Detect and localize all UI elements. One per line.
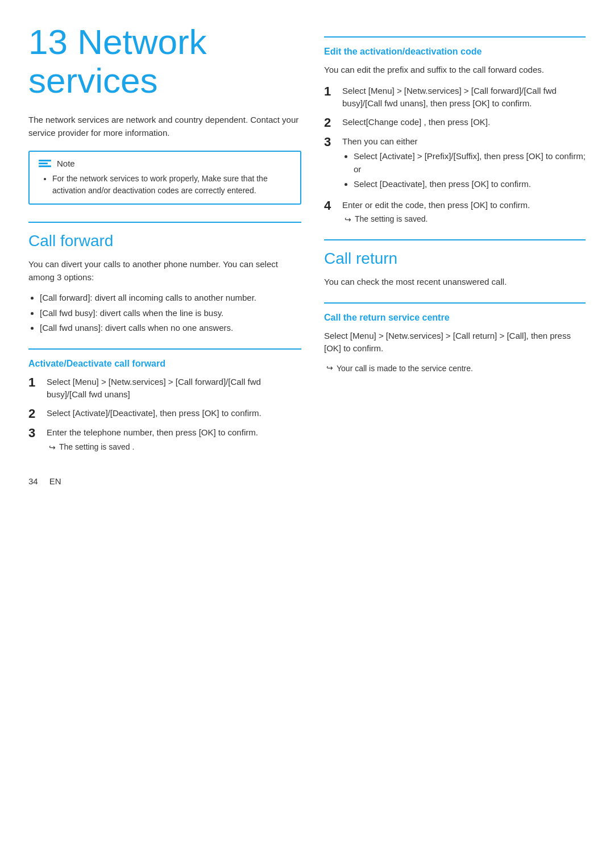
page-layout: 13 Network services The network services…	[28, 23, 586, 486]
activate-subtitle: Activate/Deactivate call forward	[28, 359, 301, 369]
step-number-3: 3	[28, 426, 41, 440]
call-return-intro: You can check the most recent unanswered…	[324, 276, 586, 289]
edit-activation-divider	[324, 36, 586, 38]
call-forward-divider	[28, 222, 301, 223]
right-column: Edit the activation/deactivation code Yo…	[324, 23, 586, 486]
edit-step-4: 4 Enter or edit the code, then press [OK…	[324, 199, 586, 226]
step-content-2: Select [Activate]/[Deactivate], then pre…	[47, 407, 301, 420]
step-4-arrow-text: The setting is saved.	[355, 214, 428, 226]
call-return-title: Call return	[324, 250, 586, 268]
call-forward-intro: You can divert your calls to another pho…	[28, 258, 301, 284]
edit-activation-steps: 1 Select [Menu] > [Netw.services] > [Cal…	[324, 85, 586, 226]
edit-step-1: 1 Select [Menu] > [Netw.services] > [Cal…	[324, 85, 586, 110]
call-forward-title: Call forward	[28, 232, 301, 250]
edit-step-number-4: 4	[324, 199, 337, 213]
edit-step-number-1: 1	[324, 85, 337, 98]
edit-activation-intro: You can edit the prefix and suffix to th…	[324, 64, 586, 77]
call-return-arrow-text: Your call is made to the service centre.	[337, 363, 473, 375]
note-icon-bar-2	[39, 163, 48, 164]
sub-bullet-activate: Select [Activate] > [Prefix]/[Suffix], t…	[354, 150, 586, 176]
edit-step-content-1: Select [Menu] > [Netw.services] > [Call …	[342, 85, 586, 110]
bullet-call-forward: [Call forward]: divert all incoming call…	[40, 292, 301, 305]
edit-step-number-3: 3	[324, 135, 337, 149]
chapter-intro: The network services are network and cou…	[28, 114, 301, 139]
activate-step-3: 3 Enter the telephone number, then press…	[28, 426, 301, 454]
note-box: Note For the network services to work pr…	[28, 151, 301, 205]
step-content-3: Enter the telephone number, then press […	[47, 426, 301, 454]
chapter-number: 13	[28, 22, 68, 61]
edit-activation-title: Edit the activation/deactivation code	[324, 47, 586, 57]
arrow-icon-3: ↪	[326, 363, 333, 375]
note-icon-bar-1	[39, 160, 51, 161]
call-return-service-title: Call the return service centre	[324, 313, 586, 323]
edit-step-2: 2 Select[Change code] , then press [OK].	[324, 116, 586, 130]
call-forward-bullets: [Call forward]: divert all incoming call…	[28, 292, 301, 335]
note-item: For the network services to work properl…	[52, 173, 291, 197]
step-content-1: Select [Menu] > [Netw.services] > [Call …	[47, 376, 301, 401]
sub-bullet-deactivate: Select [Deactivate], then press [OK] to …	[354, 178, 586, 191]
step-3-subbullets: Select [Activate] > [Prefix]/[Suffix], t…	[342, 150, 586, 191]
call-return-divider	[324, 239, 586, 240]
activate-step-1: 1 Select [Menu] > [Netw.services] > [Cal…	[28, 376, 301, 401]
activate-steps: 1 Select [Menu] > [Netw.services] > [Cal…	[28, 376, 301, 454]
arrow-icon-2: ↪	[345, 214, 351, 226]
edit-step-number-2: 2	[324, 116, 337, 130]
page-footer: 34 EN	[28, 476, 301, 486]
chapter-title: 13 Network services	[28, 23, 301, 100]
note-icon-bar-3	[39, 165, 51, 167]
call-return-service-body: Select [Menu] > [Netw.services] > [Call …	[324, 330, 586, 355]
page-number: 34	[28, 476, 38, 486]
edit-step-3: 3 Then you can either Select [Activate] …	[324, 135, 586, 193]
activate-step-2: 2 Select [Activate]/[Deactivate], then p…	[28, 407, 301, 421]
bullet-call-fwd-busy: [Call fwd busy]: divert calls when the l…	[40, 307, 301, 320]
arrow-icon-1: ↪	[49, 442, 56, 454]
step-3-arrow: ↪ The setting is saved .	[49, 442, 301, 454]
edit-step-content-3: Then you can either Select [Activate] > …	[342, 135, 586, 193]
activate-divider	[28, 348, 301, 350]
step-number-1: 1	[28, 376, 41, 389]
note-header: Note	[39, 159, 291, 168]
step-4-arrow: ↪ The setting is saved.	[345, 214, 586, 226]
step-number-2: 2	[28, 407, 41, 421]
edit-step-content-2: Select[Change code] , then press [OK].	[342, 116, 586, 129]
left-column: 13 Network services The network services…	[28, 23, 301, 486]
call-return-service-divider	[324, 302, 586, 304]
lang-code: EN	[49, 476, 61, 486]
edit-step-content-4: Enter or edit the code, then press [OK] …	[342, 199, 586, 226]
note-label: Note	[57, 159, 75, 168]
call-return-arrow: ↪ Your call is made to the service centr…	[326, 363, 586, 375]
note-icon	[39, 160, 51, 167]
step-3-arrow-text: The setting is saved .	[59, 442, 134, 454]
note-content: For the network services to work properl…	[39, 173, 291, 197]
bullet-call-fwd-unans: [Call fwd unans]: divert calls when no o…	[40, 322, 301, 335]
